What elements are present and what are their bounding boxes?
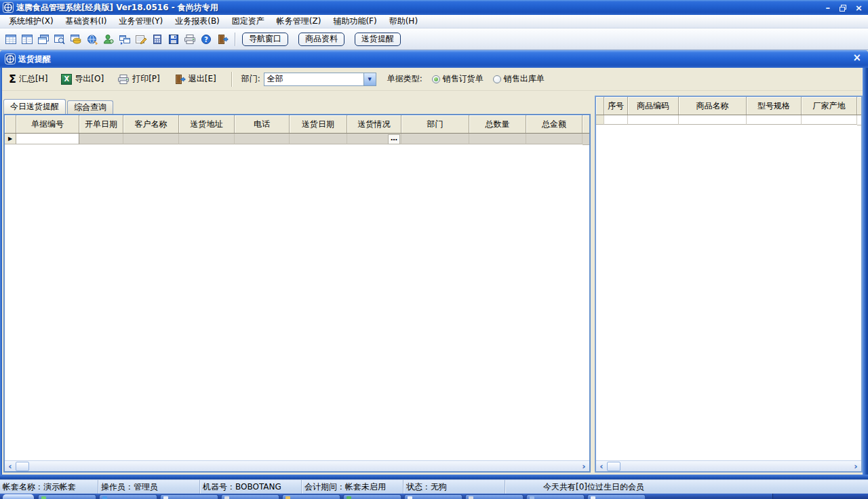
export-button[interactable]: X 导出[O]: [61, 73, 104, 85]
scroll-right-icon[interactable]: ›: [579, 462, 589, 471]
window-switch-icon[interactable]: [117, 32, 132, 47]
summarize-button[interactable]: Σ 汇总[H]: [9, 73, 47, 85]
menu-bar: 系统维护(X) 基础资料(I) 业务管理(Y) 业务报表(B) 固定资产 帐务管…: [0, 15, 868, 28]
cell-order-number[interactable]: [16, 134, 79, 144]
close-button[interactable]: ×: [855, 3, 863, 12]
tab-today-delivery[interactable]: 今日送货提醒: [3, 99, 66, 114]
cell-department[interactable]: [401, 134, 469, 144]
child-close-button[interactable]: ×: [852, 53, 861, 63]
cell-delivery-date[interactable]: [290, 134, 347, 144]
cell-model-spec[interactable]: [747, 115, 802, 125]
taskbar-button[interactable]: [282, 494, 340, 499]
grid-window-icon[interactable]: [3, 32, 18, 47]
scroll-left-icon[interactable]: ‹: [5, 462, 15, 471]
table-row[interactable]: ▶ …: [5, 134, 589, 144]
menu-fixed-assets[interactable]: 固定资产: [226, 16, 271, 28]
exit-button[interactable]: 退出[E]: [174, 73, 216, 85]
cell-order-date[interactable]: [79, 134, 123, 144]
taskbar-button[interactable]: [465, 494, 524, 499]
cell-product-code[interactable]: [628, 115, 679, 125]
product-grid-hscrollbar[interactable]: ‹ ›: [596, 460, 861, 471]
radio-sales-order[interactable]: 销售订货单: [432, 73, 484, 85]
tab-comprehensive-query[interactable]: 综合查询: [67, 100, 113, 114]
col-department[interactable]: 部门: [401, 115, 469, 133]
taskbar-button[interactable]: [99, 494, 157, 499]
combo-dropdown-button[interactable]: ▼: [363, 73, 376, 85]
menu-business-management[interactable]: 业务管理(Y): [113, 16, 170, 28]
exit-icon[interactable]: [214, 32, 230, 47]
cell-customer-name[interactable]: [123, 134, 179, 144]
edit-form-icon[interactable]: [133, 32, 149, 47]
menu-auxiliary-functions[interactable]: 辅助功能(F): [327, 16, 382, 28]
product-data-button[interactable]: 商品资料: [298, 33, 344, 46]
scroll-thumb[interactable]: [607, 462, 620, 471]
globe-icon[interactable]: [84, 32, 100, 47]
scroll-thumb[interactable]: [16, 462, 29, 471]
col-manufacturer-origin[interactable]: 厂家产地: [802, 97, 857, 115]
cell-product-name[interactable]: [679, 115, 747, 125]
table-row[interactable]: [596, 115, 861, 125]
col-product-code[interactable]: 商品编码: [628, 97, 679, 115]
minimize-button[interactable]: –: [826, 3, 831, 12]
col-delivery-address[interactable]: 送货地址: [179, 115, 235, 133]
col-model-spec[interactable]: 型号规格: [747, 97, 802, 115]
col-order-number[interactable]: 单据编号: [16, 115, 79, 133]
taskbar-button[interactable]: [221, 494, 279, 499]
ellipsis-button[interactable]: …: [388, 134, 400, 144]
cell-manufacturer-origin[interactable]: [802, 115, 857, 125]
department-select[interactable]: 全部 ▼: [264, 73, 376, 86]
taskbar-button[interactable]: [404, 494, 462, 499]
radio-unselected-icon: [493, 75, 501, 83]
save-icon[interactable]: [165, 32, 181, 47]
col-delivery-status[interactable]: 送货情况: [347, 115, 401, 133]
cell-phone[interactable]: [235, 134, 290, 144]
status-accounting-period: 会计期间：帐套未启用: [302, 480, 403, 494]
print-button[interactable]: 打印[P]: [117, 73, 160, 85]
scroll-right-icon[interactable]: ›: [851, 462, 861, 471]
col-product-name[interactable]: 商品名称: [679, 97, 747, 115]
row-selector-header: [596, 97, 604, 115]
col-delivery-date[interactable]: 送货日期: [290, 115, 347, 133]
desktop: 速腾食品管理系统[经典版] Ver18.0516 - 食尚坊专用 – × 系统维…: [0, 0, 868, 499]
cell-total-amount[interactable]: [526, 134, 583, 144]
col-order-date[interactable]: 开单日期: [79, 115, 123, 133]
menu-help[interactable]: 帮助(H): [383, 16, 424, 28]
department-value: 全部: [267, 73, 283, 85]
money-icon[interactable]: [68, 32, 83, 47]
menu-business-reports[interactable]: 业务报表(B): [169, 16, 226, 28]
restore-button[interactable]: [840, 5, 846, 11]
col-total-amount[interactable]: 总金额: [526, 115, 583, 133]
col-customer-name[interactable]: 客户名称: [123, 115, 179, 133]
start-button[interactable]: [3, 494, 34, 499]
child-window-title: 送货提醒: [18, 54, 51, 65]
form-window-icon[interactable]: [19, 32, 35, 47]
main-toolbar: ? 导航窗口 商品资料 送货提醒: [0, 28, 868, 50]
menu-base-data[interactable]: 基础资料(I): [60, 16, 113, 28]
calculator-icon[interactable]: [149, 32, 165, 47]
help-icon[interactable]: ?: [198, 32, 214, 47]
cell-seq-number[interactable]: [604, 115, 628, 125]
cell-delivery-address[interactable]: [179, 134, 235, 144]
taskbar-button[interactable]: [160, 494, 218, 499]
taskbar-button[interactable]: [38, 494, 96, 499]
menu-account-management[interactable]: 帐务管理(Z): [271, 16, 328, 28]
delivery-reminder-button[interactable]: 送货提醒: [355, 33, 401, 46]
search-window-icon[interactable]: [52, 32, 67, 47]
taskbar-button[interactable]: [587, 494, 646, 499]
taskbar-button[interactable]: [526, 494, 585, 499]
col-phone[interactable]: 电话: [235, 115, 290, 133]
cell-total-quantity[interactable]: [469, 134, 526, 144]
radio-sales-outbound[interactable]: 销售出库单: [493, 73, 545, 85]
navigation-window-button[interactable]: 导航窗口: [242, 33, 288, 46]
scroll-left-icon[interactable]: ‹: [597, 462, 606, 471]
col-seq-number[interactable]: 序号: [604, 97, 628, 115]
delivery-grid-hscrollbar[interactable]: ‹ ›: [5, 460, 589, 471]
menu-system-maintenance[interactable]: 系统维护(X): [3, 16, 60, 28]
header-filler: [857, 97, 861, 115]
print-icon[interactable]: [182, 32, 197, 47]
col-total-quantity[interactable]: 总数量: [469, 115, 526, 133]
taskbar-button[interactable]: [343, 494, 401, 499]
cell-delivery-status[interactable]: …: [347, 134, 401, 144]
user-icon[interactable]: [100, 32, 116, 47]
cascade-windows-icon[interactable]: [35, 32, 51, 47]
